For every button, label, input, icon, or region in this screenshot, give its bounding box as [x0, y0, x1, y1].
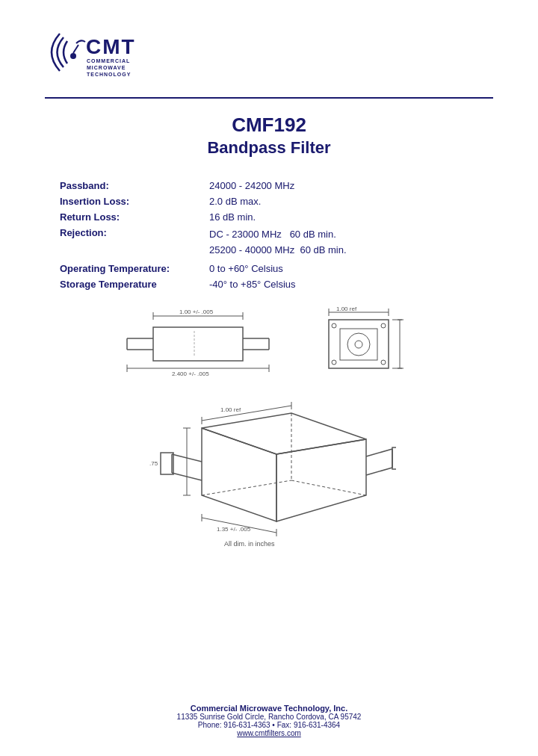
product-type: Bandpass Filter	[45, 138, 493, 158]
value-return: 16 dB min.	[209, 211, 256, 223]
product-model: CMF192	[45, 114, 493, 137]
value-stor-temp: -40° to +85° Celsius	[209, 279, 296, 290]
rejection-line1: DC - 23000 MHz 60 dB min.	[209, 227, 347, 243]
label-stor-temp: Storage Temperature	[60, 279, 209, 290]
label-return: Return Loss:	[60, 211, 209, 223]
title-section: CMF192 Bandpass Filter	[45, 114, 493, 158]
page: CMT COMMERCIAL MICROWAVE TECHNOLOGY CMF1…	[0, 0, 538, 756]
svg-marker-40	[202, 428, 276, 521]
label-rejection: Rejection:	[60, 227, 209, 238]
diagrams-top-row: 1.00 +/- .005 2.400 +/- .005	[123, 305, 415, 379]
svg-point-33	[381, 360, 386, 365]
header: CMT COMMERCIAL MICROWAVE TECHNOLOGY	[45, 22, 493, 90]
svg-point-31	[381, 323, 386, 328]
diagram-section: 1.00 +/- .005 2.400 +/- .005	[45, 305, 493, 548]
logo-svg: CMT COMMERCIAL MICROWAVE TECHNOLOGY	[45, 22, 149, 90]
svg-text:CMT: CMT	[86, 35, 136, 58]
svg-text:All dim. in inches: All dim. in inches	[224, 540, 275, 548]
svg-point-28	[347, 333, 370, 356]
footer: Commercial Microwave Technology, Inc. 11…	[0, 704, 538, 737]
svg-text:COMMERCIAL: COMMERCIAL	[87, 58, 130, 63]
svg-point-0	[70, 53, 76, 59]
footer-address: 11335 Sunrise Gold Circle, Rancho Cordov…	[0, 713, 538, 721]
svg-line-47	[366, 468, 392, 475]
spec-row-stor-temp: Storage Temperature -40° to +85° Celsius	[60, 279, 493, 290]
label-passband: Passband:	[60, 180, 209, 191]
svg-text:1.35 +/- .005: 1.35 +/- .005	[217, 526, 251, 533]
svg-text:MICROWAVE: MICROWAVE	[87, 65, 126, 70]
svg-point-30	[332, 323, 336, 328]
label-insertion: Insertion Loss:	[60, 196, 209, 207]
spec-row-rejection: Rejection: DC - 23000 MHz 60 dB min. 252…	[60, 227, 493, 258]
svg-text:1.00 ref: 1.00 ref	[220, 406, 241, 413]
value-passband: 24000 - 24200 MHz	[209, 180, 294, 191]
spec-row-insertion: Insertion Loss: 2.0 dB max.	[60, 196, 493, 207]
value-rejection: DC - 23000 MHz 60 dB min. 25200 - 40000 …	[209, 227, 347, 258]
svg-text:.75: .75	[149, 460, 158, 467]
value-insertion: 2.0 dB max.	[209, 196, 261, 207]
diagram-front-view: 1.00 ref	[318, 305, 415, 379]
diagram-isometric: 1.35 +/- .005 1.00 ref .75 All dim. in i…	[142, 398, 396, 548]
spec-row-return: Return Loss: 16 dB min.	[60, 211, 493, 223]
svg-marker-39	[202, 413, 366, 454]
svg-line-46	[366, 449, 392, 456]
svg-line-50	[202, 480, 291, 495]
footer-website: www.cmtfilters.com	[0, 729, 538, 737]
svg-line-57	[202, 406, 291, 421]
spec-row-passband: Passband: 24000 - 24200 MHz	[60, 180, 493, 191]
svg-rect-26	[329, 320, 389, 368]
svg-line-51	[291, 480, 366, 495]
svg-point-32	[332, 360, 336, 365]
svg-text:1.00 +/- .005: 1.00 +/- .005	[179, 309, 214, 315]
specs-table: Passband: 24000 - 24200 MHz Insertion Lo…	[45, 180, 493, 290]
diagram-side-view: 1.00 +/- .005 2.400 +/- .005	[123, 305, 273, 379]
logo-container: CMT COMMERCIAL MICROWAVE TECHNOLOGY	[45, 22, 149, 90]
label-op-temp: Operating Temperature:	[60, 263, 209, 274]
value-op-temp: 0 to +60° Celsius	[209, 263, 283, 274]
svg-rect-49	[392, 447, 396, 469]
header-divider	[45, 97, 493, 99]
svg-line-1	[73, 45, 78, 53]
svg-text:2.400 +/- .005: 2.400 +/- .005	[172, 371, 209, 377]
svg-rect-10	[153, 327, 243, 361]
svg-text:TECHNOLOGY: TECHNOLOGY	[87, 72, 131, 77]
spec-row-op-temp: Operating Temperature: 0 to +60° Celsius	[60, 263, 493, 274]
svg-text:1.00 ref: 1.00 ref	[336, 306, 357, 312]
footer-company: Commercial Microwave Technology, Inc.	[0, 704, 538, 713]
rejection-line2: 25200 - 40000 MHz 60 dB min.	[209, 243, 347, 258]
svg-point-29	[355, 341, 362, 348]
footer-phone: Phone: 916-631-4363 • Fax: 916-631-4364	[0, 721, 538, 729]
